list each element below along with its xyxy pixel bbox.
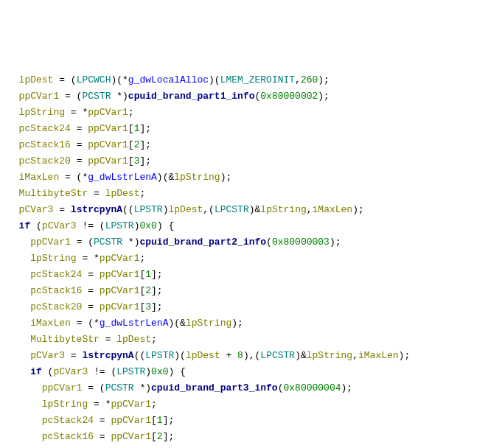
code-token: 0x0	[139, 220, 156, 231]
code-token: );	[399, 350, 411, 361]
code-token: pCVar3	[7, 204, 59, 215]
code-token: lstrcpynA	[71, 204, 122, 215]
code-token: ;	[151, 334, 157, 345]
code-line: pCVar3 = lstrcpynA((LPSTR)(lpDest + 8),(…	[7, 348, 481, 364]
code-token: pcStack16	[7, 431, 100, 442]
code-token: ppCVar1	[88, 155, 128, 167]
code-token: ];	[151, 269, 163, 280]
code-line: pcStack24 = ppCVar1[1];	[7, 267, 481, 283]
code-line: ppCVar1 = (PCSTR *)cpuid_brand_part3_inf…	[7, 380, 481, 396]
code-token: lpDest	[116, 334, 151, 345]
code-token: =	[88, 269, 100, 280]
code-token: pCVar3	[42, 220, 83, 231]
code-token: ;	[128, 107, 134, 118]
code-token: lpString	[260, 204, 306, 215]
code-line: MultibyteStr = lpDest;	[7, 186, 481, 202]
code-line: pcStack24 = ppCVar1[1];	[7, 413, 481, 429]
code-token: if	[7, 220, 36, 231]
code-token: lpString	[186, 318, 231, 329]
code-token: iMaxLen	[7, 172, 65, 183]
code-token: lpDest	[105, 188, 140, 199]
code-token: )(	[174, 350, 186, 361]
code-token: 0x80000004	[284, 382, 341, 393]
code-token: );	[352, 204, 364, 215]
code-token: =	[77, 139, 88, 150]
code-token: iMaxLen	[7, 318, 77, 329]
code-token: = (	[65, 91, 82, 102]
code-token: cpuid_brand_part1_info	[128, 91, 255, 102]
code-token: != (	[82, 220, 105, 231]
code-token: ppCVar1	[111, 399, 151, 410]
code-token: );	[341, 382, 353, 393]
code-token: ppCVar1	[111, 431, 151, 442]
code-token: =	[77, 123, 88, 134]
code-token: ppCVar1	[111, 415, 151, 426]
code-token: 260	[301, 74, 318, 85]
code-token: +	[226, 350, 238, 361]
code-token: );	[220, 172, 232, 183]
code-token: =	[100, 415, 111, 426]
code-token: ppCVar1	[100, 269, 140, 280]
code-token: ppCVar1	[7, 91, 65, 102]
code-token: = (*	[77, 318, 100, 329]
code-token: ,	[307, 204, 313, 215]
code-line: pCVar3 = lstrcpynA((LPSTR)lpDest,(LPCSTR…	[7, 202, 481, 218]
code-line: pcStack20 = ppCVar1[3];	[7, 445, 481, 448]
code-token: lpString	[7, 399, 94, 410]
code-token: ];	[151, 301, 163, 312]
code-token: pcStack16	[7, 139, 77, 150]
code-token: (	[278, 382, 284, 393]
code-line: lpString = *ppCVar1;	[7, 396, 481, 413]
code-token: )(*	[111, 74, 128, 85]
decompiled-code-block: lpDest = (LPCWCH)(*g_dwLocalAlloc)(LMEM_…	[7, 72, 481, 448]
code-line: ppCVar1 = (PCSTR *)cpuid_brand_part1_inf…	[7, 88, 481, 105]
code-token: =	[71, 350, 83, 361]
code-token: pcStack16	[7, 285, 88, 296]
code-token: pcStack20	[7, 301, 88, 312]
code-token: ppCVar1	[7, 382, 88, 393]
code-token: = (*	[65, 172, 88, 183]
code-token: =	[105, 334, 117, 345]
code-token: LPCSTR	[260, 350, 295, 361]
code-token: ];	[163, 431, 175, 442]
code-token: [	[151, 431, 157, 442]
code-token: LPSTR	[116, 366, 145, 377]
code-token: lstrcpynA	[82, 350, 133, 361]
code-token: lpString	[7, 107, 71, 118]
code-token: lpDest	[7, 74, 59, 85]
code-line: pcStack24 = ppCVar1[1];	[7, 121, 481, 137]
code-token: )&	[249, 204, 261, 215]
code-token: PCSTR	[105, 382, 140, 393]
code-token: ppCVar1	[88, 107, 128, 118]
code-token: iMaxLen	[358, 350, 399, 361]
code-token: [	[128, 139, 134, 150]
code-token: lpDest	[186, 350, 226, 361]
code-token: = (	[88, 382, 105, 393]
code-token: ;	[139, 253, 145, 264]
code-token: g_dwLstrLenA	[88, 172, 157, 183]
code-token: =	[94, 188, 105, 199]
code-token: ) {	[157, 220, 174, 231]
code-token: ppCVar1	[88, 139, 128, 150]
code-token: );	[318, 91, 330, 102]
code-line: iMaxLen = (*g_dwLstrLenA)(&lpString);	[7, 315, 481, 332]
code-token: (	[36, 220, 42, 231]
code-token: 2	[157, 431, 163, 442]
code-token: = (	[77, 237, 94, 248]
code-token: [	[128, 123, 134, 134]
code-token: PCSTR	[82, 91, 116, 102]
code-token: 1	[145, 269, 151, 280]
code-line: pcStack16 = ppCVar1[2];	[7, 429, 481, 445]
code-token: )(&	[168, 318, 185, 329]
code-token: ,(	[203, 204, 215, 215]
code-token: LPSTR	[134, 204, 163, 215]
code-token: =	[88, 301, 100, 312]
code-line: lpString = *ppCVar1;	[7, 105, 481, 121]
code-token: )(&	[157, 172, 174, 183]
code-token: if	[7, 366, 48, 377]
code-token: ];	[139, 123, 151, 134]
code-token: *)	[128, 237, 140, 248]
code-token: 0x0	[151, 366, 168, 377]
code-line: pcStack20 = ppCVar1[3];	[7, 299, 481, 315]
code-line: if (pCVar3 != (LPSTR)0x0) {	[7, 364, 481, 380]
